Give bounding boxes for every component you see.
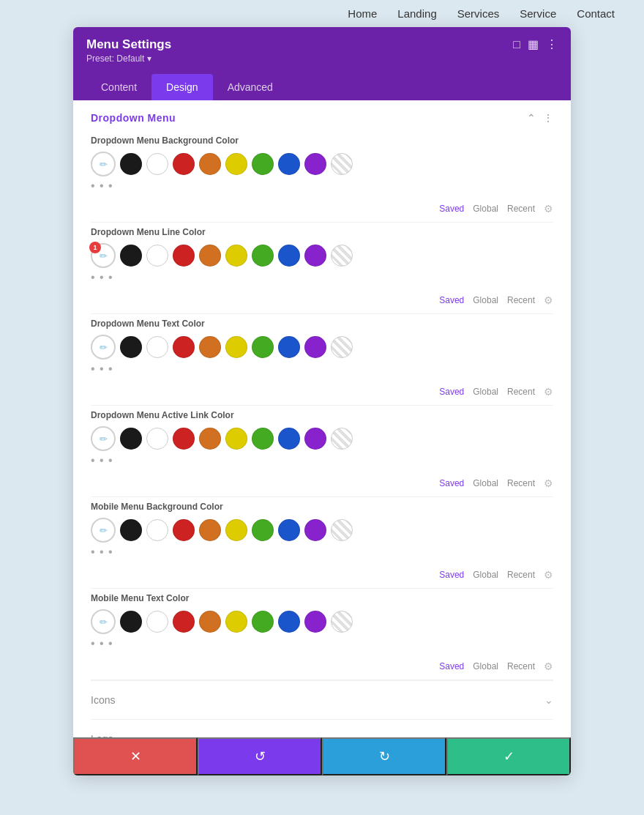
swatch-blue-0[interactable] [278, 153, 300, 175]
swatch-purple-1[interactable] [304, 245, 326, 267]
swatch-orange-3[interactable] [199, 428, 221, 450]
swatch-green-2[interactable] [252, 336, 274, 358]
swatch-blue-5[interactable] [278, 611, 300, 633]
saved-link-1[interactable]: Saved [439, 295, 464, 305]
swatch-green-5[interactable] [252, 611, 274, 633]
gear-icon-3[interactable]: ⚙ [544, 477, 553, 489]
color-picker-4[interactable]: ✏ [91, 518, 116, 543]
swatch-black-5[interactable] [120, 611, 142, 633]
swatch-black-0[interactable] [120, 153, 142, 175]
swatch-purple-2[interactable] [304, 336, 326, 358]
section-more-icon[interactable]: ⋮ [543, 112, 553, 124]
global-link-5[interactable]: Global [473, 661, 498, 671]
gear-icon-2[interactable]: ⚙ [544, 386, 553, 398]
swatch-yellow-1[interactable] [225, 245, 247, 267]
global-link-1[interactable]: Global [473, 295, 498, 305]
swatch-orange-2[interactable] [199, 336, 221, 358]
collapse-icon[interactable]: ⌃ [527, 112, 536, 124]
nav-contact[interactable]: Contact [577, 7, 615, 20]
more-dots-5[interactable]: • • • [91, 637, 553, 650]
layout-icon[interactable]: ▦ [528, 37, 539, 51]
swatch-purple-4[interactable] [304, 519, 326, 541]
color-picker-3[interactable]: ✏ [91, 426, 116, 451]
gear-icon-5[interactable]: ⚙ [544, 660, 553, 672]
swatch-black-3[interactable] [120, 428, 142, 450]
swatch-green-0[interactable] [252, 153, 274, 175]
more-icon[interactable]: ⋮ [546, 37, 558, 51]
nav-services[interactable]: Services [457, 7, 500, 20]
swatch-red-3[interactable] [173, 428, 195, 450]
swatch-blue-3[interactable] [278, 428, 300, 450]
color-picker-5[interactable]: ✏ [91, 609, 116, 634]
recent-link-5[interactable]: Recent [507, 661, 535, 671]
saved-link-3[interactable]: Saved [439, 478, 464, 488]
swatch-none-3[interactable] [331, 428, 353, 450]
more-dots-0[interactable]: • • • [91, 179, 553, 193]
swatch-green-3[interactable] [252, 428, 274, 450]
swatch-blue-1[interactable] [278, 245, 300, 267]
swatch-none-4[interactable] [331, 519, 353, 541]
global-link-0[interactable]: Global [473, 204, 498, 214]
gear-icon-0[interactable]: ⚙ [544, 203, 553, 215]
swatch-yellow-0[interactable] [225, 153, 247, 175]
saved-link-5[interactable]: Saved [439, 661, 464, 671]
recent-link-2[interactable]: Recent [507, 387, 535, 397]
reset-button[interactable]: ↺ [198, 737, 322, 775]
recent-link-0[interactable]: Recent [507, 204, 535, 214]
swatch-purple-0[interactable] [304, 153, 326, 175]
swatch-white-4[interactable] [146, 519, 168, 541]
tab-content[interactable]: Content [86, 74, 151, 100]
more-dots-1[interactable]: • • • [91, 271, 553, 284]
swatch-none-2[interactable] [331, 336, 353, 358]
recent-link-4[interactable]: Recent [507, 570, 535, 580]
recent-link-3[interactable]: Recent [507, 478, 535, 488]
saved-link-0[interactable]: Saved [439, 204, 464, 214]
swatch-white-3[interactable] [146, 428, 168, 450]
swatch-white-2[interactable] [146, 336, 168, 358]
focus-icon[interactable]: □ [513, 38, 520, 51]
global-link-2[interactable]: Global [473, 387, 498, 397]
swatch-green-1[interactable] [252, 245, 274, 267]
swatch-white-5[interactable] [146, 611, 168, 633]
more-dots-4[interactable]: • • • [91, 546, 553, 559]
swatch-yellow-4[interactable] [225, 519, 247, 541]
more-dots-2[interactable]: • • • [91, 362, 553, 376]
swatch-yellow-3[interactable] [225, 428, 247, 450]
swatch-orange-0[interactable] [199, 153, 221, 175]
swatch-red-2[interactable] [173, 336, 195, 358]
saved-link-4[interactable]: Saved [439, 570, 464, 580]
swatch-blue-4[interactable] [278, 519, 300, 541]
save-button[interactable]: ✓ [446, 737, 571, 775]
swatch-white-0[interactable] [146, 153, 168, 175]
swatch-purple-5[interactable] [304, 611, 326, 633]
nav-service[interactable]: Service [520, 7, 556, 20]
swatch-orange-4[interactable] [199, 519, 221, 541]
swatch-black-1[interactable] [120, 245, 142, 267]
swatch-white-1[interactable] [146, 245, 168, 267]
swatch-black-4[interactable] [120, 519, 142, 541]
color-picker-1[interactable]: 1 ✏ [91, 243, 116, 268]
swatch-none-5[interactable] [331, 611, 353, 633]
swatch-orange-5[interactable] [199, 611, 221, 633]
swatch-green-4[interactable] [252, 519, 274, 541]
swatch-red-1[interactable] [173, 245, 195, 267]
swatch-red-4[interactable] [173, 519, 195, 541]
swatch-blue-2[interactable] [278, 336, 300, 358]
icons-section[interactable]: Icons ⌄ [91, 680, 553, 719]
swatch-yellow-2[interactable] [225, 336, 247, 358]
swatch-black-2[interactable] [120, 336, 142, 358]
global-link-3[interactable]: Global [473, 478, 498, 488]
panel-preset[interactable]: Preset: Default ▾ [86, 53, 171, 64]
tab-design[interactable]: Design [151, 74, 213, 100]
swatch-red-0[interactable] [173, 153, 195, 175]
nav-landing[interactable]: Landing [397, 7, 436, 20]
color-picker-0[interactable]: ✏ [91, 152, 116, 176]
more-dots-3[interactable]: • • • [91, 454, 553, 467]
swatch-red-5[interactable] [173, 611, 195, 633]
cancel-button[interactable]: ✕ [73, 737, 198, 775]
saved-link-2[interactable]: Saved [439, 387, 464, 397]
tab-advanced[interactable]: Advanced [213, 74, 288, 100]
swatch-orange-1[interactable] [199, 245, 221, 267]
gear-icon-4[interactable]: ⚙ [544, 569, 553, 581]
swatch-purple-3[interactable] [304, 428, 326, 450]
